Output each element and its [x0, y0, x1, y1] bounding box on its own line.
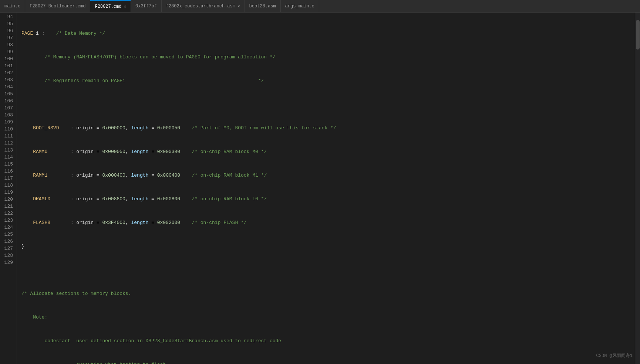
code-line-96: /* Registers remain on PAGE1 */: [21, 77, 635, 84]
line-num: 115: [0, 161, 13, 168]
line-num: [0, 294, 13, 301]
tab-0x3ff7bf[interactable]: 0x3ff7bf: [131, 0, 162, 13]
line-num: [0, 287, 13, 294]
line-num: 106: [0, 98, 13, 105]
code-line-105: /* Allocate sections to memory blocks.: [21, 290, 635, 297]
vertical-scrollbar-thumb[interactable]: [636, 20, 640, 50]
tab-label: args_main.c: [285, 4, 314, 9]
line-numbers: 94 95 96 97 98 99 100 101 102 103 104 10…: [0, 13, 17, 364]
line-num: 99: [0, 48, 13, 55]
line-num: 108: [0, 112, 13, 119]
editor-wrapper: 94 95 96 97 98 99 100 101 102 103 104 10…: [0, 13, 635, 364]
line-num: 104: [0, 84, 13, 91]
code-line-102: FLASHB : origin = 0x3F4000, length = 0x0…: [21, 219, 635, 226]
code-line-106: Note:: [21, 314, 635, 321]
tab-f2802x-codestart[interactable]: f2802x_codestartbranch.asm ✕: [162, 0, 245, 13]
line-num: 120: [0, 196, 13, 203]
line-num: 124: [0, 224, 13, 231]
line-num: 112: [0, 140, 13, 147]
tab-bar: main.c F28027_Bootloader.cmd F28027.cmd …: [0, 0, 640, 13]
line-num: 101: [0, 62, 13, 69]
close-icon[interactable]: ✕: [238, 4, 240, 8]
line-num: 119: [0, 189, 13, 196]
code-content[interactable]: PAGE 1 : /* Data Memory */ /* Memory (RA…: [17, 13, 635, 364]
line-num: 127: [0, 245, 13, 252]
code-line-100: RAMM1 : origin = 0x000400, length = 0x00…: [21, 172, 635, 179]
line-num: 96: [0, 27, 13, 34]
line-num: 109: [0, 119, 13, 126]
line-num: 125: [0, 231, 13, 238]
tab-label: F28027_Bootloader.cmd: [30, 4, 85, 9]
line-num: 94: [0, 13, 13, 20]
line-num: 126: [0, 238, 13, 245]
tab-label: F28027.cmd: [95, 4, 121, 9]
code-line-99: RAMM0 : origin = 0x000050, length = 0x00…: [21, 148, 635, 155]
editor-container: 94 95 96 97 98 99 100 101 102 103 104 10…: [0, 13, 640, 364]
line-num: 95: [0, 20, 13, 27]
line-num: [0, 273, 13, 280]
tab-bootloader[interactable]: F28027_Bootloader.cmd: [25, 0, 90, 13]
line-num: [0, 301, 13, 308]
line-num: 121: [0, 203, 13, 210]
line-num: 107: [0, 105, 13, 112]
line-num: 110: [0, 126, 13, 133]
tab-f28027-cmd[interactable]: F28027.cmd ✕: [90, 0, 131, 13]
code-line-104: [21, 266, 635, 273]
tab-label: f2802x_codestartbranch.asm: [166, 4, 235, 9]
tab-args-main[interactable]: args_main.c: [281, 0, 319, 13]
tab-boot28[interactable]: boot28.asm: [245, 0, 281, 13]
line-num: 113: [0, 147, 13, 154]
line-num: 117: [0, 175, 13, 182]
code-line-103: }: [21, 243, 635, 250]
line-num: 128: [0, 252, 13, 259]
tab-main-c[interactable]: main.c: [0, 0, 25, 13]
vertical-scrollbar[interactable]: [635, 13, 640, 364]
code-line-107: codestart user defined section in DSP28_…: [21, 337, 635, 344]
line-num: 118: [0, 182, 13, 189]
line-num: 105: [0, 91, 13, 98]
code-line-98: BOOT_RSVD : origin = 0x000000, length = …: [21, 125, 635, 132]
line-num: 116: [0, 168, 13, 175]
line-num: 102: [0, 69, 13, 76]
code-line-101: DRAML0 : origin = 0x008800, length = 0x0…: [21, 195, 635, 203]
tab-label: 0x3ff7bf: [135, 4, 157, 9]
code-line-108: execution when booting to flash: [21, 361, 635, 364]
line-num: [0, 280, 13, 287]
tab-label: boot28.asm: [249, 4, 276, 9]
line-num: 97: [0, 34, 13, 41]
line-num: 98: [0, 41, 13, 48]
line-num: 114: [0, 154, 13, 161]
close-icon[interactable]: ✕: [124, 4, 126, 9]
line-num: 129: [0, 259, 13, 266]
line-num: 111: [0, 133, 13, 140]
line-num: 123: [0, 217, 13, 224]
code-line-94: PAGE 1 : /* Data Memory */: [21, 30, 635, 37]
code-line-95: /* Memory (RAM/FLASH/OTP) blocks can be …: [21, 54, 635, 61]
line-num: 100: [0, 55, 13, 62]
code-line-97: [21, 101, 635, 108]
line-num: [0, 266, 13, 273]
line-num: 122: [0, 210, 13, 217]
tab-label: main.c: [4, 4, 20, 9]
line-num: 103: [0, 76, 13, 84]
code-area: 94 95 96 97 98 99 100 101 102 103 104 10…: [0, 13, 635, 364]
